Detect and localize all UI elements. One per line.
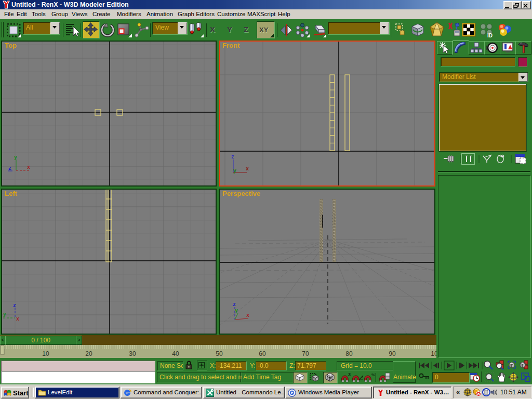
svg-text:z: z [231, 154, 234, 160]
svg-text:ID: ID [487, 33, 493, 38]
svg-text:y: y [235, 308, 238, 314]
svg-text:%: % [371, 373, 375, 377]
svg-text:10: 10 [431, 350, 436, 357]
svg-text:60: 60 [259, 350, 266, 357]
svg-text:x: x [246, 313, 249, 318]
svg-text:x: x [246, 166, 249, 172]
svg-text:20: 20 [85, 350, 92, 357]
svg-text:40: 40 [172, 350, 179, 357]
svg-text:3: 3 [348, 372, 351, 377]
svg-text:x: x [27, 165, 30, 170]
svg-text:30: 30 [129, 350, 136, 357]
svg-text:90: 90 [389, 350, 396, 357]
svg-text:10: 10 [42, 350, 49, 357]
svg-text:z: z [233, 302, 236, 308]
svg-text:x: x [16, 316, 19, 322]
svg-text:y: y [233, 168, 236, 174]
svg-text:y: y [3, 312, 6, 317]
svg-text:z: z [13, 303, 16, 309]
svg-text:y: y [14, 155, 17, 161]
svg-text:50: 50 [216, 350, 223, 357]
svg-text:80: 80 [345, 350, 353, 357]
svg-text:z: z [8, 166, 11, 171]
svg-text:70: 70 [302, 350, 309, 357]
